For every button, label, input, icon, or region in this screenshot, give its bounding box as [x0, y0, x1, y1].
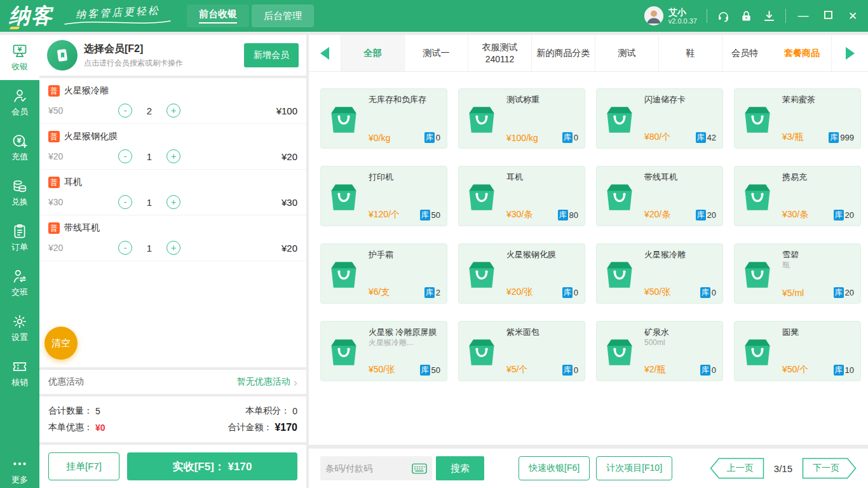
category-tab[interactable]: 鞋 — [658, 35, 722, 71]
category-tab[interactable]: 全部 — [341, 35, 404, 71]
close-button[interactable]: ✕ — [845, 10, 860, 23]
decrease-button[interactable]: - — [118, 195, 132, 209]
product-name: 打印机 — [369, 172, 440, 182]
category-tab[interactable]: 会员特 — [722, 35, 773, 71]
maximize-icon — [824, 11, 832, 19]
sidebar-item-cashier[interactable]: ¥ 收银 — [0, 35, 39, 80]
stock-badge: 库 — [562, 365, 573, 376]
member-card-icon[interactable] — [47, 40, 78, 71]
product-card[interactable]: 火星猴 冷雕原屏膜 火星猴冷雕... ¥50/张 库 50 — [320, 321, 447, 381]
stock-count: 0 — [574, 365, 578, 375]
total-value: ¥170 — [275, 422, 297, 433]
decrease-button[interactable]: - — [118, 104, 132, 118]
promo-row[interactable]: 优惠活动 暂无优惠活动 › — [39, 370, 306, 394]
product-card[interactable]: 测试称重 ¥100/kg 库 0 — [458, 88, 585, 149]
keyboard-icon[interactable] — [412, 463, 427, 474]
product-card[interactable]: 雪碧 瓶 ¥5/ml 库 20 — [734, 243, 861, 304]
product-price: ¥20/条 — [644, 209, 670, 220]
increase-button[interactable]: + — [166, 241, 180, 255]
download-icon[interactable] — [763, 10, 776, 23]
member-select-panel: 选择会员[F2] 点击进行会员搜索或刷卡操作 新增会员 — [39, 35, 306, 76]
product-card[interactable]: 带线耳机 ¥20/条 库 20 — [596, 166, 723, 226]
stock-count: 80 — [569, 210, 578, 220]
product-card[interactable]: 耳机 ¥30/条 库 80 — [458, 166, 585, 226]
product-card[interactable]: 闪迪储存卡 ¥80/个 库 42 — [596, 88, 723, 149]
product-price: ¥30/条 — [506, 209, 532, 220]
barcode-search-box — [320, 456, 432, 480]
prev-page-button[interactable]: 上一页 — [710, 458, 764, 479]
sidebar-item-orders[interactable]: 订单 — [0, 215, 39, 261]
gear-icon — [11, 313, 28, 330]
stock-count: 42 — [707, 133, 716, 142]
hold-order-button[interactable]: 挂单[F7] — [48, 452, 119, 480]
product-price: ¥2/瓶 — [644, 364, 665, 376]
maximize-button[interactable] — [820, 10, 836, 22]
stock-badge: 库 — [834, 210, 844, 220]
product-card[interactable]: 火星猴冷雕 ¥50/张 库 0 — [596, 243, 723, 304]
quantity-stepper: - 1 + — [118, 195, 180, 209]
product-card[interactable]: 圆凳 ¥50/个 库 10 — [734, 321, 861, 381]
category-next-arrow[interactable] — [831, 35, 868, 71]
count-item-button[interactable]: 计次项目[F10] — [596, 456, 672, 480]
product-name: 火星猴 冷雕原屏膜 — [369, 327, 440, 337]
cart-item-unit-price: ¥20 — [48, 243, 103, 253]
customer-service-icon[interactable] — [717, 10, 730, 23]
sidebar-item-verify[interactable]: 核销 — [0, 351, 39, 396]
order-summary: 合计数量：5 本单积分：0 本单优惠：¥0 合计金额：¥170 — [39, 396, 306, 442]
shopping-bag-icon — [603, 172, 639, 220]
product-card[interactable]: 护手霜 ¥6/支 库 2 — [320, 243, 447, 304]
add-member-button[interactable]: 新增会员 — [244, 43, 299, 67]
increase-button[interactable]: + — [166, 195, 180, 209]
clear-cart-button[interactable]: 清空 — [44, 327, 78, 360]
quick-cashier-button[interactable]: 快速收银[F6] — [519, 456, 590, 480]
category-tab[interactable]: 衣服测试240112 — [468, 35, 531, 71]
stock-badge: 库 — [829, 132, 839, 143]
category-tab[interactable]: 测试 — [595, 35, 658, 71]
tab-front-cashier[interactable]: 前台收银 — [187, 4, 249, 27]
product-card[interactable]: 无库存和负库存 ¥0/kg 库 0 — [320, 88, 447, 149]
product-card[interactable]: 携易充 ¥30/条 库 20 — [734, 166, 861, 226]
stock-badge: 库 — [696, 132, 706, 143]
sidebar-item-settings[interactable]: 设置 — [0, 306, 39, 351]
product-card[interactable]: 茉莉蜜茶 ¥3/瓶 库 999 — [734, 88, 861, 149]
increase-button[interactable]: + — [166, 104, 180, 118]
sidebar-item-more[interactable]: 更多 — [0, 452, 39, 488]
stock-count: 20 — [845, 210, 854, 220]
category-tab[interactable]: 套餐商品 — [773, 35, 831, 71]
category-tab[interactable]: 新的商品分类 — [531, 35, 595, 71]
search-button[interactable]: 搜索 — [436, 456, 484, 480]
next-page-button[interactable]: 下一页 — [802, 458, 857, 479]
pay-button[interactable]: 实收[F5]： ¥170 — [127, 452, 297, 480]
product-card[interactable]: 打印机 ¥120/个 库 50 — [320, 166, 447, 226]
barcode-input[interactable] — [325, 463, 412, 473]
product-card[interactable]: 火星猴钢化膜 ¥20/张 库 0 — [458, 243, 585, 304]
sidebar-item-exchange[interactable]: 兑换 — [0, 170, 39, 215]
category-tab[interactable]: 测试一 — [404, 35, 468, 71]
increase-button[interactable]: + — [166, 149, 180, 163]
shopping-bag-icon — [603, 249, 639, 298]
lock-icon[interactable] — [740, 10, 753, 23]
cart-item-name: 火星猴钢化膜 — [64, 131, 118, 142]
decrease-button[interactable]: - — [118, 149, 132, 163]
minimize-button[interactable]: — — [796, 10, 811, 22]
product-card[interactable]: 紫米面包 ¥5/个 库 0 — [458, 321, 585, 381]
shopping-bag-icon — [327, 94, 363, 143]
product-card[interactable]: 矿泉水 500ml ¥2/瓶 库 0 — [596, 321, 723, 381]
shopping-bag-icon — [465, 327, 501, 376]
decrease-button[interactable]: - — [118, 241, 132, 255]
cart-item-total: ¥30 — [281, 197, 297, 208]
shopping-bag-icon — [327, 327, 363, 376]
product-name: 护手霜 — [369, 249, 440, 260]
tab-back-admin[interactable]: 后台管理 — [252, 4, 314, 27]
sidebar-item-shift[interactable]: 交班 — [0, 261, 39, 306]
cart-item: 普 带线耳机 ¥20 - 1 + ¥20 — [39, 215, 306, 261]
stock-badge: 库 — [424, 132, 435, 143]
cart-item-total: ¥100 — [276, 105, 297, 116]
product-name: 耳机 — [506, 172, 578, 182]
sidebar-item-member[interactable]: 会员 — [0, 80, 39, 125]
category-prev-arrow[interactable] — [309, 35, 341, 71]
user-chip[interactable]: 艾小 v2.0.0.37 — [644, 6, 697, 25]
sidebar-item-recharge[interactable]: ¥ 充值 — [0, 125, 39, 170]
product-price: ¥30/条 — [782, 209, 808, 220]
member-select-text[interactable]: 选择会员[F2] 点击进行会员搜索或刷卡操作 — [84, 43, 183, 69]
